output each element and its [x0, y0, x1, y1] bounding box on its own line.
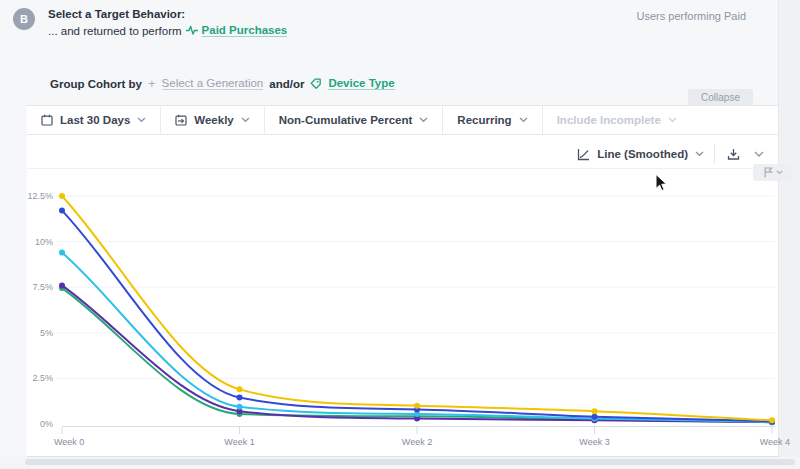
recurring-dropdown[interactable]: Recurring	[443, 106, 542, 134]
svg-text:7.5%: 7.5%	[32, 282, 53, 292]
chart-type-dropdown[interactable]: Line (Smoothed)	[577, 148, 704, 161]
metric-dropdown[interactable]: Non-Cumulative Percent	[265, 106, 444, 134]
users-performing-note: Users performing Paid	[637, 10, 746, 22]
chevron-down-icon	[241, 117, 250, 123]
activity-icon	[186, 25, 198, 36]
subtitle-prefix: ... and returned to perform	[48, 25, 182, 37]
interval-dropdown[interactable]: Weekly	[161, 106, 264, 134]
target-behavior-title: Select a Target Behavior:	[48, 8, 185, 20]
chevron-down-icon	[519, 117, 528, 123]
chevron-down-icon	[668, 117, 677, 123]
plus-icon: +	[148, 76, 156, 91]
series-cohort-blue	[59, 208, 775, 425]
chart-controls-row: Line (Smoothed)	[577, 141, 766, 167]
chevron-down-icon	[695, 151, 704, 157]
svg-text:5%: 5%	[40, 328, 53, 338]
line-chart-icon	[577, 148, 590, 161]
include-incomplete-dropdown: Include Incomplete	[543, 106, 691, 134]
series-cohort-cyan	[59, 250, 775, 425]
controls-divider	[714, 145, 715, 163]
chevron-down-icon	[419, 117, 428, 123]
more-options-button[interactable]	[752, 149, 766, 160]
recurring-label: Recurring	[457, 114, 511, 126]
interval-label: Weekly	[194, 114, 233, 126]
calendar-icon	[41, 114, 53, 126]
controls-underline	[27, 168, 778, 169]
header-section: B Select a Target Behavior: ... and retu…	[0, 0, 778, 105]
horizontal-scrollbar[interactable]	[25, 459, 795, 465]
step-b-badge: B	[13, 8, 35, 30]
group-cohort-label: Group Cohort by	[50, 78, 142, 90]
chevron-down-icon	[137, 117, 146, 123]
include-incomplete-label: Include Incomplete	[557, 114, 661, 126]
select-generation-link[interactable]: Select a Generation	[162, 77, 264, 90]
chevron-down-icon	[754, 151, 764, 158]
retention-line-chart[interactable]: 0%2.5%5%7.5%10%12.5%Week 0Week 1Week 2We…	[0, 170, 800, 462]
svg-text:2.5%: 2.5%	[32, 373, 53, 383]
svg-text:Week 4: Week 4	[760, 437, 790, 447]
svg-text:Week 2: Week 2	[402, 437, 432, 447]
collapse-button[interactable]: Collapse	[688, 89, 753, 106]
andor-label: and/or	[269, 78, 304, 90]
filter-toolbar: Last 30 Days Weekly Non-Cumulative Perce…	[27, 105, 778, 135]
calendar-week-icon	[175, 114, 187, 126]
cohort-analysis-page: B Select a Target Behavior: ... and retu…	[0, 0, 800, 469]
download-button[interactable]	[725, 146, 742, 163]
date-range-label: Last 30 Days	[60, 114, 130, 126]
svg-text:Week 3: Week 3	[579, 437, 609, 447]
tag-icon	[310, 78, 322, 90]
target-behavior-subtitle: ... and returned to perform Paid Purchas…	[48, 24, 287, 37]
paid-purchases-link[interactable]: Paid Purchases	[202, 24, 288, 37]
device-type-link[interactable]: Device Type	[328, 77, 394, 90]
group-cohort-row: Group Cohort by + Select a Generation an…	[50, 76, 395, 91]
svg-text:Week 0: Week 0	[54, 437, 84, 447]
date-range-dropdown[interactable]: Last 30 Days	[27, 106, 161, 134]
svg-text:10%: 10%	[35, 237, 53, 247]
svg-text:Week 1: Week 1	[224, 437, 254, 447]
svg-text:12.5%: 12.5%	[27, 191, 53, 201]
svg-text:0%: 0%	[40, 419, 53, 429]
download-icon	[727, 148, 740, 161]
metric-label: Non-Cumulative Percent	[279, 114, 413, 126]
series-cohort-yellow	[59, 193, 775, 423]
chart-type-label: Line (Smoothed)	[597, 148, 688, 160]
